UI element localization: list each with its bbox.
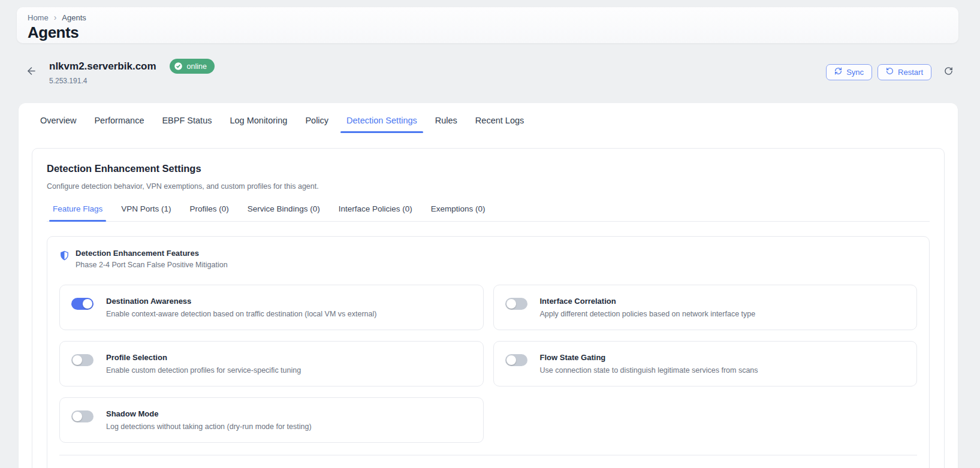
toggle-destination-awareness[interactable] bbox=[71, 298, 94, 310]
feature-card-shadow-mode: Shadow Mode Log detections without takin… bbox=[59, 397, 484, 443]
feature-card-interface-correlation: Interface Correlation Apply different de… bbox=[493, 285, 918, 330]
subtab-profiles[interactable]: Profiles (0) bbox=[190, 204, 229, 221]
check-circle-icon bbox=[174, 62, 183, 71]
detection-settings-subtitle: Configure detection behavior, VPN exempt… bbox=[47, 182, 930, 191]
tab-rules[interactable]: Rules bbox=[435, 116, 457, 133]
agent-ip: 5.253.191.4 bbox=[49, 77, 215, 85]
tab-recent-logs[interactable]: Recent Logs bbox=[475, 116, 524, 133]
status-badge-label: online bbox=[187, 62, 207, 71]
toggle-profile-selection[interactable] bbox=[71, 354, 94, 366]
feature-label: Shadow Mode bbox=[106, 409, 312, 418]
restart-icon bbox=[886, 67, 894, 77]
detection-subtabs: Feature Flags VPN Ports (1) Profiles (0)… bbox=[47, 204, 930, 222]
tab-performance[interactable]: Performance bbox=[94, 116, 144, 133]
detection-settings-card: Detection Enhancement Settings Configure… bbox=[32, 148, 945, 468]
subtab-vpn-ports[interactable]: VPN Ports (1) bbox=[121, 204, 171, 221]
shield-icon bbox=[59, 249, 70, 264]
back-button[interactable] bbox=[23, 64, 40, 80]
feature-description: Use connection state to distinguish legi… bbox=[540, 366, 758, 375]
agent-detail-card: Overview Performance EBPF Status Log Mon… bbox=[19, 103, 958, 468]
sync-icon bbox=[834, 67, 842, 77]
feature-description: Enable context-aware detection based on … bbox=[106, 310, 376, 318]
tab-log-monitoring[interactable]: Log Monitoring bbox=[230, 116, 287, 133]
subtab-feature-flags[interactable]: Feature Flags bbox=[53, 204, 102, 221]
refresh-icon bbox=[944, 67, 953, 78]
feature-card-profile-selection: Profile Selection Enable custom detectio… bbox=[59, 341, 484, 387]
agent-tabs: Overview Performance EBPF Status Log Mon… bbox=[19, 103, 958, 133]
feature-label: Destination Awareness bbox=[106, 297, 376, 306]
toggle-shadow-mode[interactable] bbox=[71, 410, 94, 422]
agent-header: nlkvm2.serverbik.com online 5.253.191.4 … bbox=[0, 58, 980, 86]
feature-toggle-grid: Destination Awareness Enable context-awa… bbox=[59, 285, 917, 443]
tab-overview[interactable]: Overview bbox=[40, 116, 76, 133]
restart-button-label: Restart bbox=[898, 68, 923, 77]
restart-button[interactable]: Restart bbox=[878, 64, 931, 80]
agent-hostname: nlkvm2.serverbik.com bbox=[49, 61, 156, 73]
section-divider bbox=[59, 455, 917, 455]
tab-ebpf-status[interactable]: EBPF Status bbox=[162, 116, 212, 133]
page-header: Home › Agents Agents bbox=[17, 7, 958, 43]
refresh-button[interactable] bbox=[942, 65, 955, 78]
feature-panel-subtitle: Phase 2-4 Port Scan False Positive Mitig… bbox=[76, 261, 228, 269]
toggle-flow-state-gating[interactable] bbox=[505, 354, 527, 366]
subtab-interface-policies[interactable]: Interface Policies (0) bbox=[339, 204, 412, 221]
subtab-exemptions[interactable]: Exemptions (0) bbox=[431, 204, 486, 221]
tab-policy[interactable]: Policy bbox=[305, 116, 328, 133]
feature-description: Log detections without taking action (dr… bbox=[106, 422, 312, 431]
breadcrumb-current: Agents bbox=[62, 13, 86, 22]
feature-panel-title: Detection Enhancement Features bbox=[76, 249, 228, 258]
feature-description: Enable custom detection profiles for ser… bbox=[106, 366, 301, 375]
feature-flags-panel: Detection Enhancement Features Phase 2-4… bbox=[47, 236, 930, 468]
status-badge: online bbox=[170, 59, 215, 74]
feature-label: Profile Selection bbox=[106, 353, 301, 362]
detection-settings-title: Detection Enhancement Settings bbox=[47, 163, 930, 174]
subtab-service-bindings[interactable]: Service Bindings (0) bbox=[248, 204, 320, 221]
breadcrumb-home[interactable]: Home bbox=[28, 13, 49, 22]
arrow-left-icon bbox=[26, 65, 37, 79]
feature-label: Interface Correlation bbox=[540, 297, 756, 306]
breadcrumb-separator-icon: › bbox=[54, 13, 57, 22]
feature-card-destination-awareness: Destination Awareness Enable context-awa… bbox=[59, 285, 484, 330]
feature-description: Apply different detection policies based… bbox=[540, 310, 756, 318]
feature-label: Flow State Gating bbox=[540, 353, 758, 362]
toggle-interface-correlation[interactable] bbox=[505, 298, 527, 310]
tab-detection-settings[interactable]: Detection Settings bbox=[346, 116, 417, 133]
sync-button[interactable]: Sync bbox=[826, 64, 872, 80]
page-title: Agents bbox=[28, 23, 948, 42]
breadcrumb: Home › Agents bbox=[28, 13, 948, 22]
sync-button-label: Sync bbox=[846, 68, 864, 77]
feature-card-flow-state-gating: Flow State Gating Use connection state t… bbox=[493, 341, 918, 387]
